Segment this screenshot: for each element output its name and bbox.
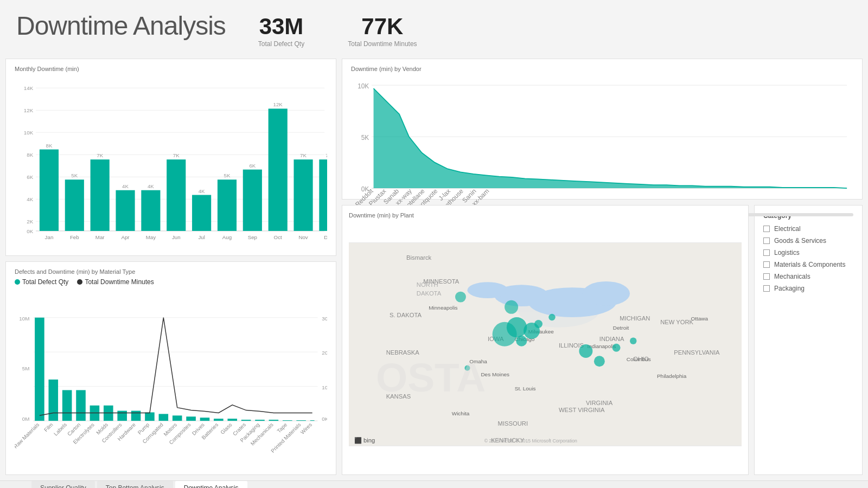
svg-text:Philadelphia: Philadelphia <box>657 373 687 379</box>
svg-rect-77 <box>227 419 237 421</box>
svg-text:May: May <box>146 234 156 240</box>
map-legend: Category Electrical Goods & Services Log… <box>754 205 863 475</box>
svg-rect-80 <box>269 420 279 421</box>
legend-logistics-label: Logistics <box>774 249 800 256</box>
svg-point-162 <box>534 320 542 328</box>
svg-rect-16 <box>40 150 59 231</box>
svg-text:0K: 0K <box>322 416 327 422</box>
svg-text:WEST VIRGINIA: WEST VIRGINIA <box>559 407 605 413</box>
svg-rect-63 <box>35 318 44 421</box>
svg-point-166 <box>594 356 605 367</box>
svg-point-168 <box>630 338 636 344</box>
kpi-group: 33M Total Defect Qty 77K Total Downtime … <box>258 11 417 48</box>
vendor-chart-title: Downtime (min) by Vendor <box>351 66 853 72</box>
kpi-defect-value: 33M <box>258 15 304 38</box>
tab-downtime-analysis[interactable]: Downtime Analysis <box>175 481 247 488</box>
svg-rect-78 <box>241 420 251 421</box>
svg-text:⬛ bing: ⬛ bing <box>354 436 375 444</box>
svg-text:Labels: Labels <box>53 421 68 436</box>
page-title: Downtime Analysis <box>16 11 226 41</box>
svg-rect-79 <box>255 420 265 421</box>
svg-text:Wichita: Wichita <box>452 410 470 416</box>
svg-text:0K: 0K <box>27 228 33 234</box>
svg-point-127 <box>467 282 508 298</box>
vendor-chart-svg: 10K 5K 0K Reddolt Piustax <box>351 75 853 211</box>
svg-text:OSTA: OSTA <box>376 355 486 400</box>
svg-text:Mar: Mar <box>95 234 105 240</box>
svg-text:Nov: Nov <box>298 234 308 240</box>
svg-rect-34 <box>192 195 211 231</box>
vendor-chart-area: 10K 5K 0K Reddolt Piustax <box>351 75 853 211</box>
legend-logistics-checkbox[interactable] <box>763 249 770 256</box>
svg-text:Wires: Wires <box>299 421 313 435</box>
tab-nav-next[interactable]: ▶ <box>18 483 29 488</box>
svg-rect-19 <box>65 179 84 231</box>
svg-text:10K: 10K <box>358 82 369 90</box>
svg-text:VIRGINIA: VIRGINIA <box>586 400 613 406</box>
svg-text:Feb: Feb <box>70 234 79 240</box>
svg-text:6K: 6K <box>249 163 256 169</box>
tab-nav-prev[interactable]: ◀ <box>5 483 16 488</box>
svg-text:10K: 10K <box>322 384 327 390</box>
svg-text:10K: 10K <box>24 130 34 136</box>
svg-text:St. Louis: St. Louis <box>515 386 536 391</box>
svg-text:12K: 12K <box>273 101 283 107</box>
svg-rect-74 <box>186 416 196 421</box>
svg-text:2K: 2K <box>27 219 33 224</box>
svg-text:Aug: Aug <box>222 234 232 240</box>
legend-electrical-checkbox[interactable] <box>763 226 770 232</box>
svg-rect-69 <box>117 411 127 421</box>
svg-rect-82 <box>296 420 306 421</box>
map-svg: MINNESOTA IOWA ILLINOIS INDIANA MICHIGAN… <box>349 222 742 467</box>
legend-downtime-label: Total Downtime Minutes <box>85 278 154 286</box>
map-title: Downtime (min) by Plant <box>349 212 742 219</box>
legend-packaging-checkbox[interactable] <box>763 285 770 292</box>
svg-text:6K: 6K <box>27 174 33 180</box>
svg-rect-65 <box>62 390 72 421</box>
legend-defect: Total Defect Qty <box>15 278 68 286</box>
legend-electrical-label: Electrical <box>774 225 801 233</box>
tab-supplier-quality[interactable]: Supplier Quality <box>31 481 95 488</box>
right-panel: Downtime (min) by Vendor 10K 5K 0K <box>342 59 863 475</box>
svg-point-165 <box>579 344 592 358</box>
dual-chart-svg: 10M 5M 0M 30K 20K 10K 0K <box>15 289 327 468</box>
svg-text:Jul: Jul <box>198 234 205 240</box>
tab-bar: ◀ ▶ Supplier Quality Top Bottom Analysis… <box>0 480 868 488</box>
svg-text:7K: 7K <box>300 152 307 158</box>
legend-electrical: Electrical <box>763 225 853 233</box>
map-viewport[interactable]: MINNESOTA IOWA ILLINOIS INDIANA MICHIGAN… <box>349 222 742 467</box>
svg-rect-83 <box>310 420 315 421</box>
svg-text:4K: 4K <box>122 183 129 189</box>
svg-text:DAKOTA: DAKOTA <box>417 290 442 297</box>
svg-text:0M: 0M <box>22 416 30 422</box>
svg-text:14K: 14K <box>24 85 34 91</box>
svg-text:5K: 5K <box>224 172 231 178</box>
bar-chart-svg: 14K 12K 10K 8K 6K 4K 2K 0K 8K Jan <box>15 75 327 249</box>
legend-defect-label: Total Defect Qty <box>22 278 68 286</box>
svg-point-128 <box>583 281 630 306</box>
svg-text:20K: 20K <box>322 350 327 356</box>
svg-text:4K: 4K <box>27 196 33 202</box>
svg-text:Raw Materials: Raw Materials <box>15 421 40 450</box>
bar-chart-area: 14K 12K 10K 8K 6K 4K 2K 0K 8K Jan <box>15 75 327 249</box>
legend-goods-services: Goods & Services <box>763 237 853 245</box>
kpi-downtime: 77K Total Downtime Minutes <box>348 15 417 48</box>
legend-mechanicals-checkbox[interactable] <box>763 273 770 280</box>
monthly-downtime-chart: Monthly Downtime (min) 14K 12K <box>5 59 336 256</box>
svg-text:NEW YORK: NEW YORK <box>660 319 693 325</box>
tab-top-bottom-analysis[interactable]: Top Bottom Analysis <box>97 481 173 488</box>
svg-rect-75 <box>200 418 210 421</box>
svg-text:Tape: Tape <box>276 422 288 434</box>
header-area: Downtime Analysis 33M Total Defect Qty 7… <box>0 0 868 53</box>
defects-chart-title: Defects and Downtime (min) by Material T… <box>15 268 327 275</box>
legend-packaging-label: Packaging <box>774 285 805 292</box>
legend-materials-checkbox[interactable] <box>763 261 770 268</box>
map-section: Downtime (min) by Plant <box>342 205 863 475</box>
svg-text:MICHIGAN: MICHIGAN <box>620 315 650 322</box>
svg-text:Oct: Oct <box>274 234 282 240</box>
map-card: Downtime (min) by Plant <box>342 205 749 475</box>
legend-goods-checkbox[interactable] <box>763 237 770 244</box>
svg-point-170 <box>455 292 466 303</box>
kpi-defect-label: Total Defect Qty <box>258 40 304 48</box>
svg-text:Jan: Jan <box>45 234 54 240</box>
